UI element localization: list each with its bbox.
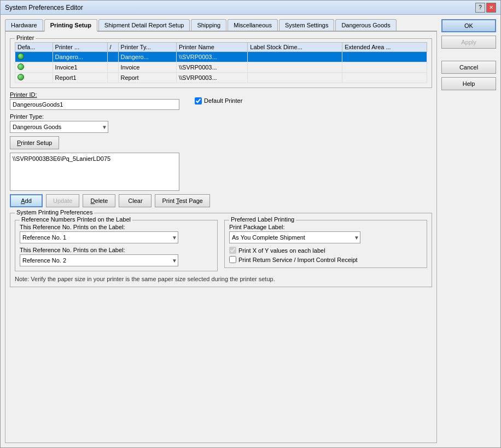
add-button[interactable]: Add: [10, 194, 43, 207]
tabs-row: Hardware Printing Setup Shipment Detail …: [5, 19, 437, 32]
printer-type-wrapper: Dangerous Goods ▼: [10, 121, 108, 133]
close-title-btn[interactable]: ✕: [486, 3, 496, 13]
printer-type-select[interactable]: Dangerous Goods: [10, 121, 108, 133]
side-panel: OK Apply Cancel Help: [441, 19, 496, 443]
clear-button[interactable]: Clear: [119, 194, 152, 207]
ok-button[interactable]: OK: [441, 19, 496, 32]
apply-button[interactable]: Apply: [441, 36, 496, 49]
cell-extended: [342, 73, 427, 83]
printer-id-row: Printer ID: DangerousGoods1 Default Prin…: [10, 91, 432, 110]
two-col-layout: Reference Numbers Printed on the Label T…: [15, 218, 427, 271]
cell-extended: [342, 52, 427, 62]
col-printer-name[interactable]: Printer Name: [176, 43, 247, 52]
cell-printer-type: Report: [118, 73, 176, 83]
printer-type-label: Printer Type:: [10, 113, 432, 120]
cell-printer-name: \\SVRP0003...: [176, 73, 247, 83]
print-test-page-button[interactable]: Print Test Page: [155, 194, 209, 207]
ref1-section: This Reference No. Prints on the Label: …: [20, 224, 213, 243]
default-printer-checkbox[interactable]: [195, 97, 202, 104]
printer-name-section: \\SVRP0003B3E6\Pq_5LanierLD075: [10, 153, 432, 191]
cell-slash: [107, 73, 118, 83]
update-button[interactable]: Update: [46, 194, 79, 207]
status-dot-icon: [18, 53, 24, 60]
content-area: Hardware Printing Setup Shipment Detail …: [1, 15, 500, 447]
title-bar: System Preferences Editor ? ✕: [1, 1, 500, 15]
cancel-button[interactable]: Cancel: [441, 61, 496, 74]
action-buttons-row: Add Update Delete Clear Print Test Page: [10, 194, 432, 207]
cell-default: [15, 73, 53, 83]
sys-prefs-label: System Printing Preferences: [15, 209, 94, 216]
cell-slash: [107, 52, 118, 62]
preferred-label-label: Preferred Label Printing: [229, 216, 296, 223]
printer-id-section: Printer ID: DangerousGoods1: [10, 91, 179, 110]
print-package-section: Print Package Label: As You Complete Shi…: [229, 224, 422, 243]
ref2-section: This Reference No. Prints on the Label: …: [20, 247, 213, 266]
main-panel: Hardware Printing Setup Shipment Detail …: [5, 19, 437, 443]
cell-printer-type: Dangero...: [118, 52, 176, 62]
tab-shipping[interactable]: Shipping: [191, 19, 226, 31]
table-row[interactable]: Dangero... Dangero... \\SVRP0003...: [15, 52, 427, 62]
ref1-wrapper: Reference No. 1 Reference No. 2 Referenc…: [20, 231, 178, 243]
ref2-select[interactable]: Reference No. 1 Reference No. 2 Referenc…: [20, 254, 178, 266]
default-printer-label: Default Printer: [204, 97, 242, 104]
cell-label-stock: [248, 73, 342, 83]
tab-hardware[interactable]: Hardware: [5, 19, 43, 31]
print-xy-label: Print X of Y values on each label: [238, 247, 325, 254]
print-xy-row: Print X of Y values on each label: [229, 247, 422, 254]
print-package-select[interactable]: As You Complete Shipment At End of Day M…: [229, 231, 360, 243]
window-title: System Preferences Editor: [5, 4, 83, 11]
col-extended[interactable]: Extended Area ...: [342, 43, 427, 52]
table-row[interactable]: Report1 Report \\SVRP0003...: [15, 73, 427, 83]
cell-printer-id: Dangero...: [53, 52, 107, 62]
help-title-btn[interactable]: ?: [475, 3, 485, 13]
print-xy-checkbox[interactable]: [229, 247, 236, 254]
ref1-select[interactable]: Reference No. 1 Reference No. 2 Referenc…: [20, 231, 178, 243]
preferred-label-col: Preferred Label Printing Print Package L…: [224, 218, 427, 271]
ref-numbers-group: Reference Numbers Printed on the Label T…: [15, 220, 218, 271]
printer-table: Defa... Printer ... / Printer Ty... Prin…: [15, 42, 427, 83]
cell-printer-type: Invoice: [118, 62, 176, 73]
status-dot-icon: [18, 63, 24, 70]
ref-numbers-col: Reference Numbers Printed on the Label T…: [15, 218, 218, 271]
printer-id-label: Printer ID:: [10, 91, 179, 98]
tab-shipment-detail[interactable]: Shipment Detail Report Setup: [98, 19, 190, 31]
cell-label-stock: [248, 52, 342, 62]
col-label-stock[interactable]: Label Stock Dime...: [248, 43, 342, 52]
printer-id-input[interactable]: DangerousGoods1: [10, 99, 179, 110]
tab-miscellaneous[interactable]: Miscellaneous: [228, 19, 278, 31]
tab-dangerous-goods[interactable]: Dangerous Goods: [335, 19, 396, 31]
print-return-row: Print Return Service / Import Control Re…: [229, 256, 422, 263]
cell-printer-name: \\SVRP0003...: [176, 62, 247, 73]
printer-setup-button[interactable]: Printer Setup: [10, 136, 59, 149]
printer-group-label: Printer: [15, 34, 36, 41]
panel-content: Printer Defa... Printer ... / Printer Ty…: [5, 32, 437, 443]
printer-type-section: Printer Type: Dangerous Goods ▼: [10, 113, 432, 133]
col-default[interactable]: Defa...: [15, 43, 53, 52]
cell-default: [15, 62, 53, 73]
print-package-label: Print Package Label:: [229, 224, 422, 230]
cell-label-stock: [248, 62, 342, 73]
table-row[interactable]: Invoice1 Invoice \\SVRP0003...: [15, 62, 427, 73]
print-return-checkbox[interactable]: [229, 256, 236, 263]
help-button[interactable]: Help: [441, 77, 496, 90]
default-printer-row: Default Printer: [195, 97, 242, 104]
printer-name-display: \\SVRP0003B3E6\Pq_5LanierLD075: [10, 153, 179, 191]
title-bar-buttons: ? ✕: [475, 3, 496, 13]
col-printer-id[interactable]: Printer ...: [53, 43, 107, 52]
note-text: Note: Verify the paper size in your prin…: [15, 276, 427, 282]
tab-system-settings[interactable]: System Settings: [279, 19, 334, 31]
tab-printing-setup[interactable]: Printing Setup: [44, 19, 97, 32]
ref2-label: This Reference No. Prints on the Label:: [20, 247, 213, 253]
cell-printer-id: Report1: [53, 73, 107, 83]
cell-printer-name: \\SVRP0003...: [176, 52, 247, 62]
delete-button[interactable]: Delete: [83, 194, 115, 207]
cell-printer-id: Invoice1: [53, 62, 107, 73]
print-return-label: Print Return Service / Import Control Re…: [238, 257, 358, 263]
status-dot-icon: [18, 74, 24, 80]
col-slash[interactable]: /: [107, 43, 118, 52]
preferred-label-group: Preferred Label Printing Print Package L…: [224, 220, 427, 268]
col-printer-type[interactable]: Printer Ty...: [118, 43, 176, 52]
default-printer-section: Default Printer: [195, 97, 242, 104]
cell-slash: [107, 62, 118, 73]
print-package-wrapper: As You Complete Shipment At End of Day M…: [229, 231, 360, 243]
